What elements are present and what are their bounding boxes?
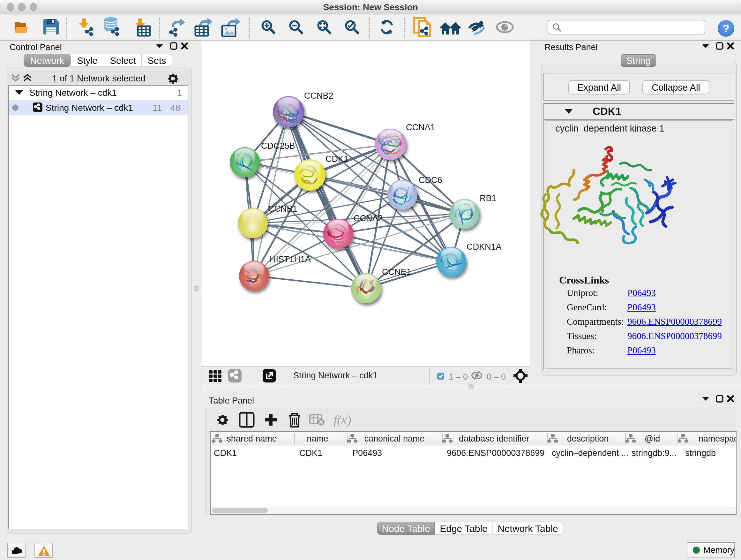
- svg-text:CCNA1: CCNA1: [406, 123, 435, 132]
- svg-text:database identifier: database identifier: [459, 434, 529, 443]
- svg-text:@id: @id: [645, 434, 660, 443]
- svg-text:CCNB1: CCNB1: [268, 204, 297, 213]
- svg-text:shared name: shared name: [226, 434, 277, 443]
- svg-text:namespac: namespac: [698, 434, 736, 443]
- svg-text:f(x): f(x): [333, 413, 351, 427]
- svg-text:HIST1H1A: HIST1H1A: [270, 254, 311, 264]
- svg-text:CCNB2: CCNB2: [304, 91, 333, 101]
- svg-text:CCNE1: CCNE1: [382, 267, 411, 277]
- svg-text:CDC25B: CDC25B: [261, 141, 295, 151]
- svg-text:CCNA2: CCNA2: [354, 213, 383, 223]
- svg-text:description: description: [567, 434, 609, 443]
- svg-text:CDKN1A: CDKN1A: [467, 242, 502, 252]
- svg-text:CDC6: CDC6: [419, 175, 442, 185]
- svg-text:CDK1: CDK1: [326, 154, 348, 164]
- svg-text:name: name: [307, 434, 328, 443]
- svg-text:RB1: RB1: [480, 193, 496, 203]
- svg-text:canonical name: canonical name: [364, 434, 424, 443]
